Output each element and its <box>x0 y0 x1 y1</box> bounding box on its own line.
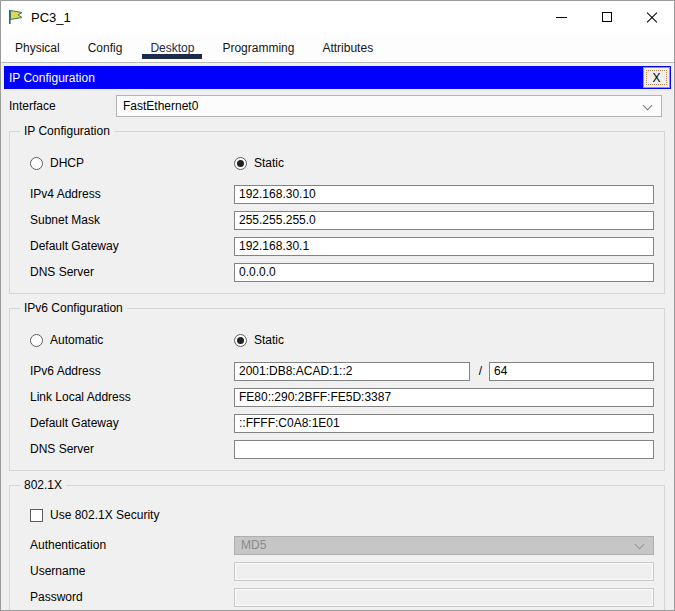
dot1x-legend: 802.1X <box>20 478 66 492</box>
close-icon[interactable] <box>629 1 674 33</box>
username-row: Username <box>22 562 654 580</box>
maximize-icon[interactable] <box>584 1 629 33</box>
username-input <box>234 562 654 581</box>
link-local-address-input[interactable] <box>234 388 654 407</box>
interface-row: Interface FastEthernet0 <box>9 95 666 117</box>
radio-static-ipv6-icon <box>234 334 247 347</box>
authentication-row: Authentication MD5 <box>22 536 654 554</box>
ipv6-address-label: IPv6 Address <box>22 364 234 378</box>
username-label: Username <box>22 564 234 578</box>
ipv6-mode-radios: Automatic Static <box>22 331 654 349</box>
ipv4-mode-radios: DHCP Static <box>22 154 654 172</box>
dns-server-row: DNS Server <box>22 263 654 281</box>
radio-dhcp-icon <box>30 157 43 170</box>
ipv4-address-label: IPv4 Address <box>22 187 234 201</box>
ip-configuration-legend: IP Configuration <box>20 124 114 138</box>
ipv6-address-input[interactable] <box>234 362 470 381</box>
password-label: Password <box>22 590 234 604</box>
packet-tracer-app-icon <box>8 9 24 25</box>
radio-static-ipv6[interactable]: Static <box>234 333 284 347</box>
radio-static-ipv4-label: Static <box>254 156 284 170</box>
ipv6-dns-server-label: DNS Server <box>22 442 234 456</box>
ipv6-default-gateway-row: Default Gateway <box>22 414 654 432</box>
dialog-close-button[interactable]: X <box>643 67 670 88</box>
ipv6-default-gateway-label: Default Gateway <box>22 416 234 430</box>
password-row: Password <box>22 588 654 606</box>
dns-server-label: DNS Server <box>22 265 234 279</box>
prefix-separator: / <box>479 364 482 378</box>
ipv6-default-gateway-input[interactable] <box>234 414 654 433</box>
link-local-address-row: Link Local Address <box>22 388 654 406</box>
tab-desktop[interactable]: Desktop <box>136 33 208 62</box>
interface-selected-value: FastEthernet0 <box>123 99 198 113</box>
dialog-title: IP Configuration <box>9 71 95 85</box>
minimize-icon[interactable] <box>539 1 584 33</box>
tab-programming[interactable]: Programming <box>208 33 308 62</box>
radio-automatic-label: Automatic <box>50 333 103 347</box>
checkbox-icon <box>30 509 43 522</box>
ipv4-address-input[interactable] <box>234 185 654 204</box>
radio-static-ipv4[interactable]: Static <box>234 156 284 170</box>
tab-config[interactable]: Config <box>74 33 137 62</box>
chevron-down-icon <box>643 101 653 111</box>
radio-automatic[interactable]: Automatic <box>22 333 234 347</box>
authentication-label: Authentication <box>22 538 234 552</box>
dns-server-input[interactable] <box>234 263 654 282</box>
default-gateway-input[interactable] <box>234 237 654 256</box>
link-local-address-label: Link Local Address <box>22 390 234 404</box>
ipv4-address-row: IPv4 Address <box>22 185 654 203</box>
ipv6-prefix-input[interactable] <box>489 362 654 381</box>
radio-static-ipv4-icon <box>234 157 247 170</box>
subnet-mask-row: Subnet Mask <box>22 211 654 229</box>
radio-static-ipv6-label: Static <box>254 333 284 347</box>
authentication-selected-value: MD5 <box>241 538 266 552</box>
ipv6-configuration-legend: IPv6 Configuration <box>20 301 127 315</box>
window-title: PC3_1 <box>31 10 71 25</box>
subnet-mask-input[interactable] <box>234 211 654 230</box>
interface-label: Interface <box>9 99 116 113</box>
ipv6-address-row: IPv6 Address / <box>22 362 654 380</box>
chevron-down-icon <box>635 539 645 549</box>
ipv6-dns-server-row: DNS Server <box>22 440 654 458</box>
window-controls <box>539 1 674 33</box>
default-gateway-label: Default Gateway <box>22 239 234 253</box>
radio-dhcp[interactable]: DHCP <box>22 156 234 170</box>
tab-attributes[interactable]: Attributes <box>308 33 387 62</box>
ip-configuration-group: IP Configuration DHCP Static IPv4 Addres… <box>9 131 665 294</box>
default-gateway-row: Default Gateway <box>22 237 654 255</box>
interface-select[interactable]: FastEthernet0 <box>116 95 662 117</box>
dot1x-group: 802.1X Use 802.1X Security Authenticatio… <box>9 485 665 611</box>
radio-automatic-icon <box>30 334 43 347</box>
password-input <box>234 588 654 607</box>
window-titlebar: PC3_1 <box>1 1 674 33</box>
use-dot1x-security-label: Use 802.1X Security <box>50 508 159 522</box>
ipv6-configuration-group: IPv6 Configuration Automatic Static IPv6… <box>9 308 665 471</box>
desktop-panel: IP Configuration X Interface FastEtherne… <box>1 63 674 611</box>
subnet-mask-label: Subnet Mask <box>22 213 234 227</box>
tab-physical[interactable]: Physical <box>1 33 74 62</box>
ipv6-dns-server-input[interactable] <box>234 440 654 459</box>
authentication-select: MD5 <box>234 536 654 555</box>
tab-strip: Physical Config Desktop Programming Attr… <box>1 33 674 63</box>
use-dot1x-security-checkbox[interactable]: Use 802.1X Security <box>22 506 654 524</box>
radio-dhcp-label: DHCP <box>50 156 84 170</box>
dialog-header: IP Configuration X <box>4 66 671 89</box>
